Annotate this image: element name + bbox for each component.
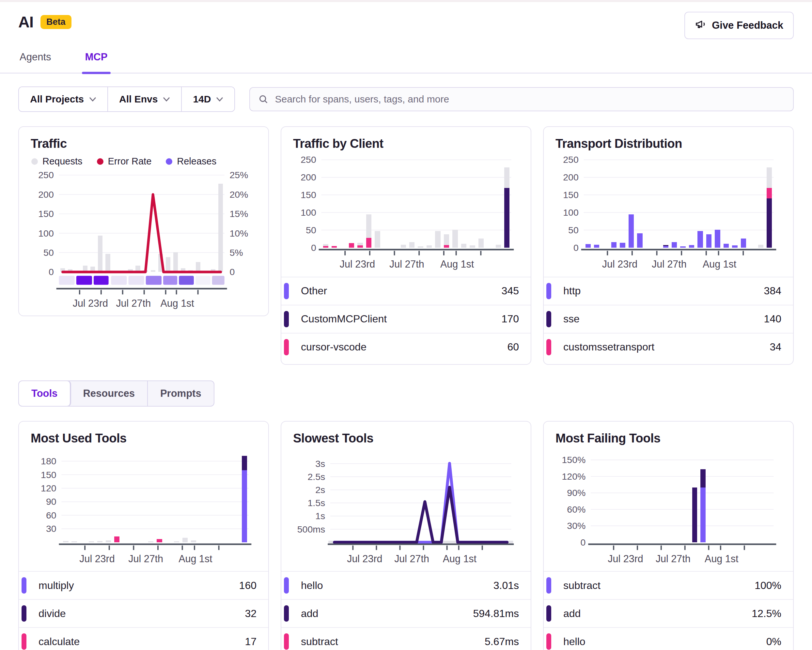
search-icon	[258, 94, 268, 104]
svg-text:Jul 27th: Jul 27th	[389, 258, 424, 270]
chart-legend-list: Other345CustomMCPClient170cursor-vscode6…	[281, 277, 531, 361]
legend-row-value: 32	[245, 607, 256, 619]
legend-row-divide[interactable]: divide32	[19, 599, 268, 627]
top-charts-row: TrafficRequestsError RateReleases0501001…	[18, 126, 794, 365]
legend-row-value: 3.01s	[493, 580, 519, 592]
date-range-dropdown[interactable]: 14D	[182, 87, 234, 111]
series-color-marker	[546, 339, 551, 356]
legend-row-add[interactable]: add12.5%	[544, 599, 793, 627]
project-filter-dropdown[interactable]: All Projects	[19, 87, 108, 111]
traffic-chart: 05010015020025005%10%15%20%25%Jul 23rdJu…	[31, 168, 256, 312]
legend-row-subtract[interactable]: subtract100%	[544, 571, 793, 599]
series-color-marker	[546, 283, 551, 299]
legend-row-value: 345	[502, 285, 519, 297]
svg-text:Aug 1st: Aug 1st	[440, 258, 474, 270]
legend-row-customssetransport[interactable]: customssetransport34	[544, 333, 793, 361]
legend-row-label: CustomMCPClient	[301, 313, 387, 325]
legend-row-label: subtract	[301, 636, 338, 648]
legend-row-cursor-vscode[interactable]: cursor-vscode60	[281, 333, 531, 361]
legend-row-value: 140	[764, 313, 781, 325]
chart-series-legend: RequestsError RateReleases	[31, 156, 256, 167]
legend-row-label: multiply	[38, 580, 74, 592]
svg-text:20%: 20%	[229, 189, 248, 200]
chart-legend-list: subtract100%add12.5%hello0%	[544, 571, 793, 650]
card-title: Most Used Tools	[31, 431, 256, 446]
legend-row-value: 17	[245, 636, 256, 648]
search-bar	[249, 87, 794, 111]
series-color-marker	[284, 283, 289, 299]
legend-row-label: add	[563, 607, 581, 619]
legend-row-multiply[interactable]: multiply160	[19, 571, 268, 599]
subtab-resources[interactable]: Resources	[70, 381, 148, 406]
search-input[interactable]	[275, 94, 785, 105]
subtab-prompts[interactable]: Prompts	[148, 381, 214, 406]
legend-item-error-rate: Error Rate	[97, 156, 152, 167]
legend-row-label: subtract	[563, 580, 600, 592]
legend-label: Error Rate	[108, 156, 152, 167]
svg-text:0: 0	[229, 267, 235, 277]
svg-text:90: 90	[46, 496, 56, 507]
svg-text:10%: 10%	[229, 228, 248, 238]
svg-text:0: 0	[574, 243, 578, 253]
svg-text:0: 0	[49, 267, 54, 277]
beta-badge: Beta	[40, 15, 72, 29]
legend-row-other[interactable]: Other345	[281, 277, 531, 305]
env-filter-label: All Envs	[119, 94, 158, 105]
legend-row-label: add	[301, 607, 318, 619]
chevron-down-icon	[89, 97, 96, 101]
series-color-marker	[546, 633, 551, 650]
subtab-tools[interactable]: Tools	[19, 381, 70, 406]
svg-text:Jul 23rd: Jul 23rd	[340, 258, 375, 270]
legend-dot-icon	[166, 158, 172, 165]
legend-row-hello[interactable]: hello0%	[544, 627, 793, 650]
tab-mcp[interactable]: MCP	[84, 47, 109, 73]
card-most-failing-tools: Most Failing Tools030%60%90%120%150%Jul …	[543, 421, 794, 650]
slowest-tools-chart: 500ms1s1.5s2s2.5s3sJul 23rdJul 27thAug 1…	[293, 447, 519, 569]
legend-row-sse[interactable]: sse140	[544, 305, 793, 333]
tools-charts-row: Most Used Tools306090120150180Jul 23rdJu…	[18, 421, 794, 650]
card-title: Most Failing Tools	[556, 431, 781, 446]
legend-row-label: cursor-vscode	[301, 341, 366, 353]
card-most-used-tools: Most Used Tools306090120150180Jul 23rdJu…	[18, 421, 269, 650]
legend-row-label: customssetransport	[563, 341, 654, 353]
svg-text:Jul 27th: Jul 27th	[394, 553, 429, 564]
page-title: AI	[18, 13, 33, 31]
svg-text:0: 0	[311, 243, 316, 253]
svg-text:200: 200	[301, 172, 316, 182]
legend-row-hello[interactable]: hello3.01s	[281, 571, 531, 599]
svg-text:Aug 1st: Aug 1st	[705, 553, 739, 564]
svg-text:100: 100	[38, 228, 54, 238]
legend-row-add[interactable]: add594.81ms	[281, 599, 531, 627]
legend-row-value: 384	[764, 285, 781, 297]
svg-text:120: 120	[41, 483, 56, 493]
env-filter-dropdown[interactable]: All Envs	[108, 87, 182, 111]
traffic-by-client-chart: 050100150200250Jul 23rdJul 27thAug 1st	[293, 153, 519, 275]
svg-text:Jul 27th: Jul 27th	[116, 298, 151, 309]
series-color-marker	[546, 577, 551, 594]
svg-text:2.5s: 2.5s	[307, 471, 325, 482]
tab-agents[interactable]: Agents	[18, 47, 53, 73]
legend-label: Releases	[177, 156, 217, 167]
legend-row-value: 12.5%	[752, 607, 781, 619]
filter-segmented-control: All Projects All Envs 14D	[18, 87, 235, 112]
svg-text:180: 180	[41, 456, 56, 466]
series-color-marker	[284, 311, 289, 327]
legend-item-releases: Releases	[166, 156, 217, 167]
card-traffic-by-client: Traffic by Client050100150200250Jul 23rd…	[281, 126, 531, 365]
svg-text:Jul 27th: Jul 27th	[128, 553, 163, 564]
svg-text:150: 150	[41, 469, 56, 480]
legend-row-subtract[interactable]: subtract5.67ms	[281, 627, 531, 650]
legend-row-value: 5.67ms	[485, 636, 519, 648]
legend-row-label: Other	[301, 285, 327, 297]
card-slowest-tools: Slowest Tools500ms1s1.5s2s2.5s3sJul 23rd…	[281, 421, 531, 650]
svg-text:200: 200	[563, 172, 578, 182]
svg-text:Aug 1st: Aug 1st	[443, 553, 477, 564]
legend-row-value: 34	[769, 341, 781, 353]
chart-legend-list: multiply160divide32calculate17	[19, 571, 268, 650]
svg-text:120%: 120%	[562, 471, 586, 481]
legend-row-http[interactable]: http384	[544, 277, 793, 305]
legend-row-calculate[interactable]: calculate17	[19, 627, 268, 650]
card-title: Transport Distribution	[556, 137, 781, 151]
legend-row-custommcpclient[interactable]: CustomMCPClient170	[281, 305, 531, 333]
give-feedback-button[interactable]: Give Feedback	[684, 12, 794, 39]
